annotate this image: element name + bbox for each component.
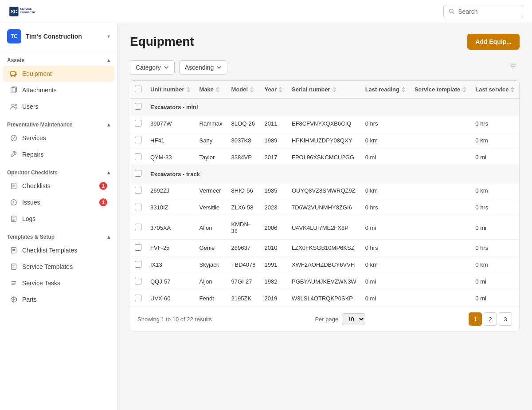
cell-last-service: 0 km (471, 132, 519, 149)
cell-year: 2010 (260, 240, 287, 256)
sidebar-item-users[interactable]: Users (3, 99, 114, 114)
row-checkbox-cell (130, 216, 146, 240)
sidebar-section-header-assets[interactable]: Assets ▴ (0, 54, 117, 65)
last-reading-header[interactable]: Last reading (365, 86, 406, 93)
sidebar-section-header-pm[interactable]: Preventative Maintenance ▴ (0, 118, 117, 130)
category-filter-button[interactable]: Category (130, 60, 175, 75)
parts-icon (10, 296, 18, 304)
cell-make: Rammax (195, 115, 227, 132)
cell-service-template (410, 182, 471, 199)
sidebar-item-checklist-templates[interactable]: Checklist Templates (3, 242, 114, 258)
pm-collapse-icon: ▴ (107, 122, 110, 128)
cell-serial: XWF2AOHZDBCY6VVH (287, 256, 361, 273)
cell-last-reading: 0 mi (361, 290, 410, 307)
sidebar-section-templates: Templates & Setup ▴ Checklist Templates … (0, 230, 117, 308)
row-checkbox[interactable] (135, 154, 141, 160)
table-row[interactable]: UVX-60 Fendt 2195ZK 2019 W3LSL4OTRQKP0SK… (130, 290, 519, 307)
cell-model: 289637 (227, 240, 260, 256)
filter-icon-button[interactable] (506, 59, 520, 75)
svg-rect-20 (12, 264, 16, 270)
table-row[interactable]: 3310IZ Versitile ZLX6-58 2023 7D6W2VUNMH… (130, 199, 519, 216)
table-row[interactable]: QQJ-57 Aljon 97GI-27 1982 PGBYAUMJKEVZWN… (130, 273, 519, 290)
category-checkbox[interactable] (135, 103, 141, 110)
cell-last-service: 0 mi (471, 216, 519, 240)
issues-icon (10, 198, 18, 206)
cell-make: Aljon (195, 273, 227, 290)
last-service-header[interactable]: Last service (475, 86, 515, 93)
service-template-header[interactable]: Service template (415, 86, 466, 93)
sidebar-item-logs[interactable]: Logs (3, 211, 114, 227)
cell-unit: 2692ZJ (146, 182, 195, 199)
cell-last-reading: 0 hrs (361, 240, 410, 256)
row-checkbox[interactable] (135, 204, 141, 210)
users-icon (10, 102, 18, 110)
table-row[interactable]: 3705XA Aljon KMDN-38 2006 U4VK4LUI7ME2FX… (130, 216, 519, 240)
make-header[interactable]: Make (200, 86, 223, 93)
page-button-2[interactable]: 2 (484, 312, 497, 326)
cell-unit: IX13 (146, 256, 195, 273)
sidebar-item-repairs[interactable]: Repairs (3, 146, 114, 162)
row-checkbox[interactable] (135, 224, 141, 230)
services-icon (10, 134, 18, 142)
page-button-1[interactable]: 1 (469, 312, 482, 326)
sidebar-section-checklists: Operator Checklists ▴ Checklists 1 Issue… (0, 166, 117, 227)
sidebar-item-service-tasks[interactable]: Service Tasks (3, 275, 114, 291)
select-all-cell (130, 81, 146, 99)
row-checkbox[interactable] (135, 137, 141, 143)
table-row[interactable]: IX13 Skyjack TBD4078 1991 XWF2AOHZDBCY6V… (130, 256, 519, 273)
cell-year: 2019 (260, 290, 287, 307)
cell-make: Sany (195, 132, 227, 149)
per-page-selector: Per page 10 25 50 (315, 313, 365, 325)
sidebar-item-attachments[interactable]: Attachments (3, 82, 114, 98)
row-checkbox[interactable] (135, 295, 141, 301)
table-row[interactable]: 39077W Rammax 8LOQ-26 2011 EF8CFVNYXQXB6… (130, 115, 519, 132)
sidebar-item-services[interactable]: Services (3, 130, 114, 146)
sidebar-item-parts[interactable]: Parts (3, 292, 114, 308)
row-checkbox-cell (130, 182, 146, 199)
page-header: Equipment Add Equip... (130, 34, 520, 50)
sidebar-section-header-templates[interactable]: Templates & Setup ▴ (0, 230, 117, 242)
sidebar-item-equipment[interactable]: Equipment (3, 66, 114, 82)
sidebar-section-header-checklists[interactable]: Operator Checklists ▴ (0, 166, 117, 177)
row-checkbox[interactable] (135, 278, 141, 284)
sort-filter-button[interactable]: Ascending (179, 60, 227, 75)
issues-label: Issues (22, 199, 95, 206)
year-header[interactable]: Year (265, 86, 283, 93)
row-checkbox-cell (130, 132, 146, 149)
sidebar-item-service-templates[interactable]: Service Templates (3, 259, 114, 275)
table-row[interactable]: HF41 Sany 3037K8 1989 HPKIHMUZDPY08QXY 0… (130, 132, 519, 149)
category-label: Excavators - mini (146, 99, 519, 115)
row-checkbox[interactable] (135, 120, 141, 126)
equipment-table-container: Unit number Make Model (130, 80, 520, 331)
category-checkbox[interactable] (135, 170, 141, 177)
add-equipment-button[interactable]: Add Equip... (467, 34, 520, 50)
row-checkbox[interactable] (135, 261, 141, 268)
row-checkbox[interactable] (135, 244, 141, 251)
table-body: Excavators - mini 39077W Rammax 8LOQ-26 … (130, 99, 519, 307)
logo-icon: SC SERVICE CONNECTIONS (9, 4, 35, 20)
cell-unit: FVF-25 (146, 240, 195, 256)
cell-unit: 39077W (146, 115, 195, 132)
cell-model: 3384VP (227, 149, 260, 166)
row-checkbox[interactable] (135, 187, 141, 193)
sidebar-item-issues[interactable]: Issues 1 (3, 194, 114, 210)
service-tasks-label: Service Tasks (22, 280, 107, 287)
unit-number-header[interactable]: Unit number (150, 86, 191, 93)
company-selector[interactable]: TC Tim's Construction ▾ (0, 23, 117, 50)
col-unit-number: Unit number (146, 81, 195, 99)
table-row[interactable]: QYM-33 Taylor 3384VP 2017 FPOL96XSKCMCU2… (130, 149, 519, 166)
model-header[interactable]: Model (231, 86, 256, 93)
search-input[interactable] (458, 8, 517, 15)
cell-last-reading: 0 hrs (361, 115, 410, 132)
page-button-3[interactable]: 3 (499, 312, 512, 326)
serial-header[interactable]: Serial number (292, 86, 356, 93)
per-page-select[interactable]: 10 25 50 (342, 313, 365, 325)
select-all-checkbox[interactable] (135, 86, 141, 92)
sidebar-item-checklists[interactable]: Checklists 1 (3, 178, 114, 194)
service-templates-icon (10, 263, 18, 271)
table-row[interactable]: FVF-25 Genie 289637 2010 LZX0FKSGB10MP6K… (130, 240, 519, 256)
search-box[interactable] (443, 5, 523, 18)
table-row[interactable]: 2692ZJ Vermeer 8HIO-56 1985 OUYQ8VZ8SMWR… (130, 182, 519, 199)
cell-serial: 7D6W2VUNMHY8ZGI6 (287, 199, 361, 216)
equipment-icon (10, 70, 18, 78)
